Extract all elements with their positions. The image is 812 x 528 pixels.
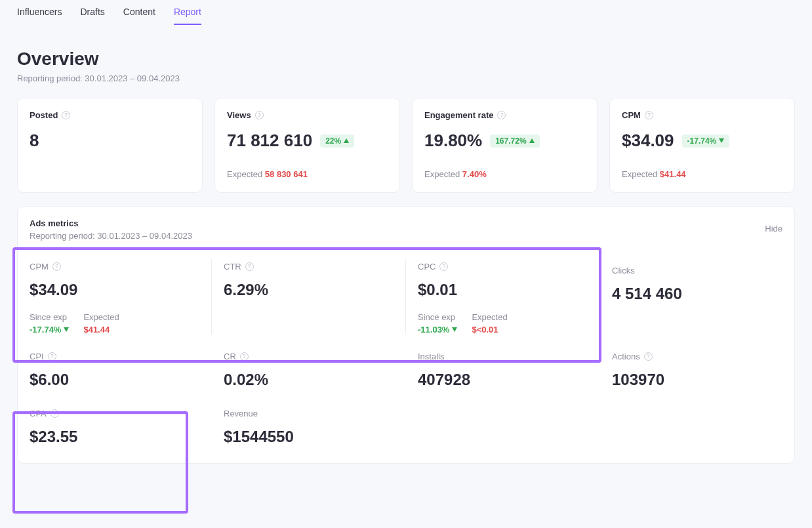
metric-revenue: Revenue $1544550: [212, 394, 406, 458]
metric-clicks-label: Clicks: [612, 266, 635, 275]
metric-actions: Actions ? 103970: [600, 346, 794, 394]
card-engagement-expected-label: Expected: [424, 169, 460, 179]
help-icon[interactable]: ?: [48, 352, 56, 361]
triangle-up-icon: [344, 138, 349, 143]
nav-tabs: Influencers Drafts Content Report: [0, 0, 812, 25]
card-engagement-label: Engagement rate: [424, 110, 493, 120]
triangle-up-icon: [529, 138, 535, 143]
metric-installs-label: Installs: [418, 352, 444, 361]
card-views-expected: 58 830 641: [265, 169, 308, 179]
help-icon[interactable]: ?: [240, 352, 249, 361]
card-cpm-expected: $41.44: [660, 169, 686, 179]
metric-cpm-since-label: Since exp: [30, 312, 69, 322]
metric-cpc-since-label: Since exp: [418, 312, 457, 322]
metric-revenue-value: $1544550: [224, 428, 394, 446]
tab-influencers[interactable]: Influencers: [17, 7, 62, 25]
metric-cr-value: 0.02%: [224, 371, 394, 389]
card-views: Views ? 71 812 610 22% Expected 58 830 6…: [214, 98, 400, 193]
metric-revenue-label: Revenue: [224, 409, 258, 418]
metric-actions-label: Actions: [612, 352, 640, 361]
card-cpm: CPM ? $34.09 -17.74% Expected $41.44: [609, 98, 795, 193]
metric-installs-value: 407928: [418, 371, 588, 389]
metric-cpc: CPC ? $0.01 Since exp -11.03% Expected $…: [406, 247, 600, 346]
metric-ctr-value: 6.29%: [224, 281, 394, 299]
help-icon[interactable]: ?: [245, 262, 254, 271]
metric-clicks: Clicks 4 514 460: [600, 247, 794, 346]
metric-cpa-label: CPA: [30, 409, 47, 418]
triangle-down-icon: [719, 138, 724, 143]
help-icon[interactable]: ?: [644, 352, 653, 361]
card-posted-value: 8: [30, 131, 190, 151]
metric-cpa-value: $23.55: [30, 428, 200, 446]
ads-metrics-period: Reporting period: 30.01.2023 – 09.04.202…: [30, 231, 192, 241]
help-icon[interactable]: ?: [52, 262, 61, 271]
ads-metrics-title: Ads metrics: [30, 218, 192, 228]
card-engagement: Engagement rate ? 19.80% 167.72% Expecte…: [412, 98, 598, 193]
tab-report[interactable]: Report: [174, 7, 201, 25]
help-icon[interactable]: ?: [62, 111, 70, 119]
tab-content[interactable]: Content: [123, 7, 155, 25]
metric-clicks-value: 4 514 460: [612, 285, 782, 303]
metric-cpm: CPM ? $34.09 Since exp -17.74% Expected …: [18, 247, 212, 346]
metric-cpm-label: CPM: [30, 262, 49, 272]
metric-ctr-label: CTR: [224, 262, 241, 272]
metric-cpm-value: $34.09: [30, 281, 200, 299]
card-cpm-value: $34.09: [622, 131, 674, 151]
metric-cpi-label: CPI: [30, 352, 44, 361]
card-engagement-expected: 7.40%: [462, 169, 487, 179]
metric-cpc-label: CPC: [418, 262, 436, 272]
card-posted-label: Posted: [30, 110, 58, 120]
metric-cpc-expected-label: Expected: [472, 312, 507, 322]
card-views-expected-label: Expected: [227, 169, 262, 179]
help-icon[interactable]: ?: [497, 111, 506, 119]
help-icon[interactable]: ?: [255, 111, 264, 119]
triangle-down-icon: [64, 327, 69, 332]
card-cpm-expected-label: Expected: [622, 169, 657, 179]
summary-row: Posted ? 8 Views ? 71 812 610 22% Expect…: [0, 98, 812, 193]
triangle-down-icon: [452, 327, 457, 332]
card-cpm-label: CPM: [622, 110, 641, 120]
metric-cr-label: CR: [224, 352, 236, 361]
tab-drafts[interactable]: Drafts: [80, 7, 104, 25]
metric-cpc-expected: $<0.01: [472, 325, 507, 335]
help-icon[interactable]: ?: [645, 111, 653, 119]
card-views-value: 71 812 610: [227, 131, 312, 151]
reporting-period: Reporting period: 30.01.2023 – 09.04.202…: [0, 73, 812, 98]
help-icon[interactable]: ?: [51, 409, 59, 418]
metric-ctr: CTR ? 6.29%: [212, 247, 406, 346]
metric-cpa: CPA ? $23.55: [18, 394, 212, 458]
card-views-delta: 22%: [320, 134, 354, 148]
ads-metrics-panel: Ads metrics Reporting period: 30.01.2023…: [17, 206, 795, 464]
metric-cpi-value: $6.00: [30, 371, 200, 389]
card-posted: Posted ? 8: [17, 98, 203, 193]
metric-installs: Installs 407928: [406, 346, 600, 394]
help-icon[interactable]: ?: [439, 262, 448, 271]
card-engagement-value: 19.80%: [424, 131, 482, 151]
card-views-label: Views: [227, 110, 251, 120]
page-title: Overview: [0, 25, 812, 73]
metric-cpm-expected: $41.44: [83, 325, 119, 335]
card-cpm-delta: -17.74%: [682, 134, 730, 148]
metric-cr: CR ? 0.02%: [212, 346, 406, 394]
card-engagement-delta: 167.72%: [490, 134, 539, 148]
metric-cpi: CPI ? $6.00: [18, 346, 212, 394]
metric-actions-value: 103970: [612, 371, 782, 389]
metric-cpm-expected-label: Expected: [83, 312, 119, 322]
metric-cpm-since: -17.74%: [30, 325, 69, 335]
hide-link[interactable]: Hide: [765, 224, 782, 234]
metric-cpc-value: $0.01: [418, 281, 588, 299]
metric-cpc-since: -11.03%: [418, 325, 457, 335]
